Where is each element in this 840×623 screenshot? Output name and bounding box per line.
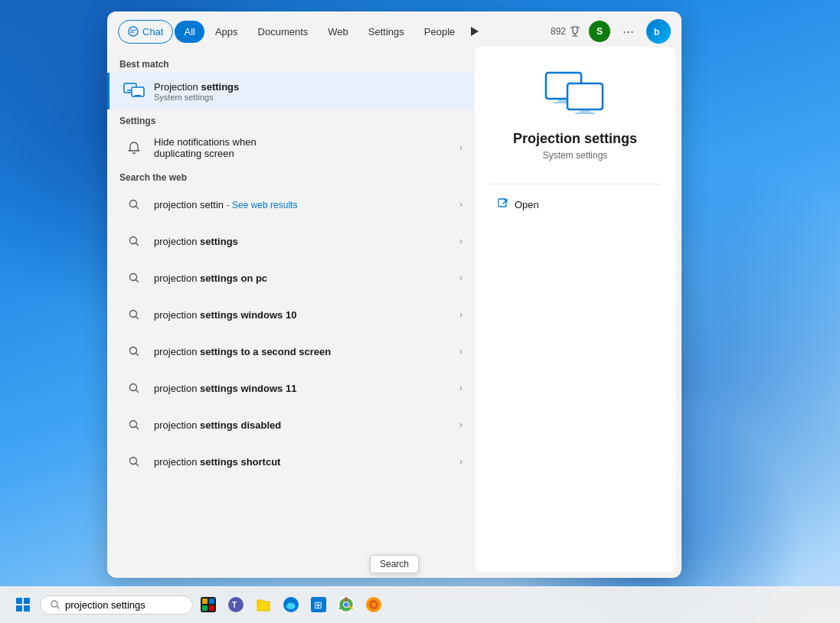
- svg-rect-22: [16, 598, 22, 604]
- best-match-item[interactable]: Projection settings System settings: [107, 73, 475, 109]
- svg-rect-19: [580, 109, 590, 113]
- tab-settings[interactable]: Settings: [359, 21, 413, 43]
- web-result-text-1: projection settings: [154, 236, 238, 247]
- svg-rect-28: [202, 599, 208, 604]
- svg-rect-25: [24, 605, 30, 612]
- bing-button[interactable]: b: [646, 19, 671, 44]
- settings-header: Settings: [107, 109, 475, 129]
- firefox-icon: [365, 596, 382, 613]
- content-area: Best match Projection settings System se: [107, 44, 681, 578]
- svg-rect-20: [575, 113, 595, 114]
- web-result-text-6: projection settings disabled: [154, 419, 281, 431]
- web-result-3[interactable]: projection settings windows 10 ›: [107, 296, 475, 333]
- taskbar-teams-button[interactable]: T: [224, 592, 248, 617]
- svg-point-43: [371, 602, 376, 607]
- web-result-4[interactable]: projection settings to a second screen ›: [107, 333, 475, 370]
- chevron-right-icon-6: ›: [459, 419, 462, 430]
- hide-notifications-title: Hide notifications whenduplicating scree…: [154, 136, 459, 159]
- play-icon: [471, 27, 479, 36]
- chevron-right-icon-notifications: ›: [459, 142, 462, 153]
- hide-notifications-item[interactable]: Hide notifications whenduplicating scree…: [107, 129, 475, 166]
- search-icon-6: [122, 413, 146, 437]
- search-web-header: Search the web: [107, 166, 475, 186]
- more-options-button[interactable]: ···: [618, 22, 639, 41]
- right-title: Projection settings: [513, 131, 637, 147]
- web-result-text-5: projection settings windows 11: [154, 383, 296, 394]
- taskbar-edge-button[interactable]: [279, 592, 303, 617]
- search-icon-7: [122, 449, 146, 474]
- open-button[interactable]: Open: [490, 192, 660, 217]
- tabs-bar: Chat All Apps Documents Web Settings Peo…: [107, 11, 681, 44]
- taskbar-store-button[interactable]: ⊞: [306, 592, 331, 617]
- svg-point-40: [344, 602, 348, 607]
- chevron-right-icon-5: ›: [459, 383, 462, 393]
- best-match-text: Projection settings System settings: [154, 81, 462, 102]
- taskbar-firefox-button[interactable]: [361, 592, 386, 617]
- web-result-7[interactable]: projection settings shortcut ›: [107, 443, 475, 480]
- start-button[interactable]: [9, 591, 37, 618]
- tab-chat[interactable]: Chat: [118, 20, 173, 44]
- edge-icon: [283, 596, 299, 613]
- search-tooltip: Search: [370, 555, 419, 573]
- web-result-text-0: projection settin - See web results: [154, 199, 297, 210]
- svg-rect-29: [209, 599, 214, 604]
- chevron-right-icon-4: ›: [459, 346, 462, 357]
- play-button[interactable]: [466, 22, 484, 41]
- taskbar-chrome-button[interactable]: [334, 592, 358, 617]
- svg-rect-23: [24, 598, 30, 604]
- chevron-right-icon-7: ›: [459, 456, 462, 467]
- web-result-2[interactable]: projection settings on pc ›: [107, 259, 475, 296]
- chevron-right-icon-1: ›: [459, 236, 462, 246]
- hide-notifications-text: Hide notifications whenduplicating scree…: [154, 136, 459, 159]
- avatar: S: [589, 21, 610, 42]
- taskbar: T ⊞: [0, 586, 840, 623]
- search-icon-5: [122, 376, 146, 400]
- chevron-right-icon-0: ›: [459, 199, 462, 210]
- search-icon-0: [122, 192, 146, 217]
- store-icon: ⊞: [310, 596, 327, 613]
- taskbar-search-input[interactable]: [65, 599, 172, 611]
- svg-rect-6: [135, 95, 141, 96]
- right-subtitle: System settings: [543, 150, 608, 161]
- svg-rect-24: [16, 605, 22, 612]
- svg-marker-1: [471, 27, 479, 36]
- chrome-icon: [338, 596, 355, 613]
- tab-all[interactable]: All: [175, 21, 204, 43]
- svg-rect-30: [202, 605, 208, 611]
- web-result-0[interactable]: projection settin - See web results ›: [107, 186, 475, 223]
- chevron-right-icon-3: ›: [459, 309, 462, 320]
- tab-web[interactable]: Web: [319, 21, 358, 43]
- taskbar-search-icon: [50, 599, 60, 610]
- svg-text:⊞: ⊞: [314, 599, 322, 611]
- web-result-6[interactable]: projection settings disabled ›: [107, 406, 475, 443]
- projection-settings-icon: [122, 79, 146, 103]
- tab-apps[interactable]: Apps: [206, 21, 247, 43]
- bing-icon: b: [652, 25, 665, 38]
- svg-rect-18: [567, 83, 603, 109]
- chat-icon: [128, 26, 139, 37]
- web-result-text-4: projection settings to a second screen: [154, 346, 331, 357]
- web-result-1[interactable]: projection settings ›: [107, 223, 475, 259]
- web-result-text-2: projection settings on pc: [154, 272, 267, 284]
- files-icon: [255, 596, 272, 613]
- right-panel: Projection settings System settings Open: [475, 47, 675, 572]
- search-icon-1: [122, 229, 146, 253]
- windows-icon: [15, 597, 31, 612]
- taskbar-files-button[interactable]: [251, 592, 276, 617]
- search-popup: Chat All Apps Documents Web Settings Peo…: [107, 11, 681, 578]
- web-result-5[interactable]: projection settings windows 11 ›: [107, 370, 475, 406]
- badge-count: 892: [551, 25, 581, 38]
- best-match-title: Projection settings: [154, 81, 462, 93]
- bell-icon: [122, 135, 146, 160]
- search-icon-4: [122, 339, 146, 364]
- search-icon-2: [122, 266, 146, 290]
- tab-people[interactable]: People: [415, 21, 464, 43]
- taskbar-explorer-button[interactable]: [196, 592, 221, 617]
- best-match-subtitle: System settings: [154, 93, 462, 102]
- taskbar-search-bar[interactable]: [40, 595, 193, 615]
- web-result-text-3: projection settings windows 10: [154, 309, 296, 321]
- open-icon: [498, 198, 508, 211]
- left-panel: Best match Projection settings System se: [107, 47, 475, 578]
- tab-documents[interactable]: Documents: [249, 21, 318, 43]
- trophy-icon: [569, 25, 581, 38]
